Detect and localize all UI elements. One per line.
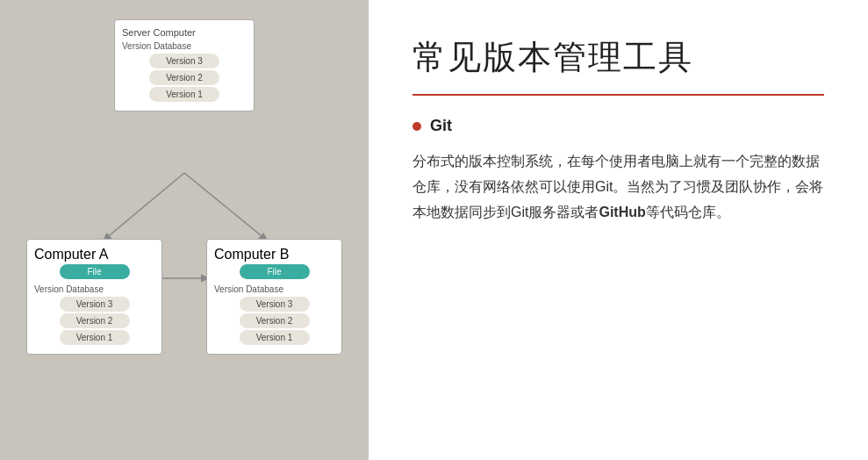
svg-line-0 <box>105 173 184 239</box>
computer-b-version-1: Version 1 <box>240 330 310 345</box>
server-db-label: Version Database <box>122 41 247 51</box>
computer-a-version-2: Version 2 <box>60 313 130 328</box>
computer-a-box: Computer A File Version Database Version… <box>26 239 162 355</box>
computer-a-version-1: Version 1 <box>60 330 130 345</box>
page-title: 常见版本管理工具 <box>412 35 824 80</box>
computer-a-version-3: Version 3 <box>60 297 130 312</box>
computer-b-box: Computer B File Version Database Version… <box>206 239 342 355</box>
description-text: 分布式的版本控制系统，在每个使用者电脑上就有一个完整的数据仓库，没有网络依然可以… <box>412 149 824 225</box>
left-panel: Server Computer Version Database Version… <box>0 0 369 460</box>
server-version-1: Version 1 <box>149 87 219 102</box>
right-panel: 常见版本管理工具 Git 分布式的版本控制系统，在每个使用者电脑上就有一个完整的… <box>369 0 868 460</box>
server-computer-box: Server Computer Version Database Version… <box>114 19 255 111</box>
computer-b-version-3: Version 3 <box>240 297 310 312</box>
server-version-3: Version 3 <box>149 54 219 68</box>
computer-a-title: Computer A <box>34 247 154 262</box>
computer-b-title: Computer B <box>214 247 334 262</box>
bullet-label: Git <box>430 117 452 135</box>
bullet-dot <box>412 122 421 131</box>
bullet-row: Git <box>412 117 824 135</box>
server-title: Server Computer <box>122 27 247 38</box>
computer-b-file: File <box>240 264 310 279</box>
computer-b-db-label: Version Database <box>214 284 334 294</box>
computer-b-version-2: Version 2 <box>240 313 310 328</box>
title-divider <box>412 94 824 96</box>
computer-a-file: File <box>60 264 130 279</box>
computer-a-db-label: Version Database <box>34 284 154 294</box>
svg-line-1 <box>184 173 265 239</box>
server-version-2: Version 2 <box>149 70 219 85</box>
diagram-wrapper: Server Computer Version Database Version… <box>26 19 342 441</box>
